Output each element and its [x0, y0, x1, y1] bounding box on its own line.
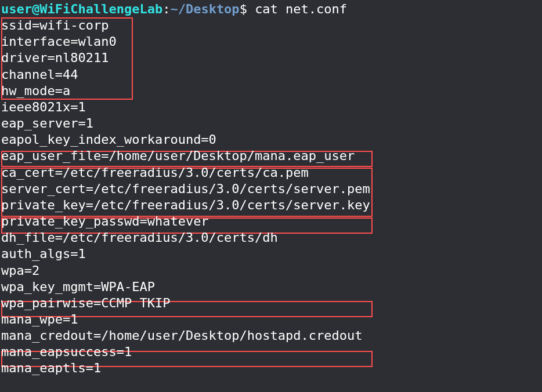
config-line: channel=44: [1, 67, 542, 83]
config-line: mana_wpe=1: [1, 311, 542, 328]
config-line: private_key=/etc/freeradius/3.0/certs/se…: [1, 197, 542, 213]
prompt-at: @: [32, 2, 39, 16]
config-line: eap_server=1: [1, 115, 542, 132]
config-line: server_cert=/etc/freeradius/3.0/certs/se…: [1, 181, 542, 197]
prompt-host: WiFiChallengeLab: [39, 2, 162, 16]
config-line: mana_eaptls=1: [1, 360, 542, 376]
config-line: wpa_pairwise=CCMP TKIP: [1, 295, 542, 311]
config-line: eapol_key_index_workaround=0: [1, 132, 542, 148]
config-line: mana_eapsuccess=1: [1, 344, 542, 360]
config-line: eap_user_file=/home/user/Desktop/mana.ea…: [1, 148, 542, 164]
config-line: dh_file=/etc/freeradius/3.0/certs/dh: [1, 230, 542, 246]
config-line: interface=wlan0: [1, 34, 542, 50]
config-line: ca_cert=/etc/freeradius/3.0/certs/ca.pem: [1, 165, 542, 181]
config-line: ssid=wifi-corp: [1, 17, 542, 34]
config-line: wpa=2: [1, 263, 542, 279]
prompt-command: cat net.conf: [255, 2, 347, 16]
prompt-user: user: [1, 2, 32, 16]
config-line: driver=nl80211: [1, 50, 542, 66]
config-line: hw_mode=a: [1, 83, 542, 99]
config-line: wpa_key_mgmt=WPA-EAP: [1, 279, 542, 295]
config-line: private_key_passwd=whatever: [1, 213, 542, 230]
prompt-colon: :: [162, 2, 170, 16]
config-line: auth_algs=1: [1, 246, 542, 262]
prompt-dollar: $: [240, 2, 255, 16]
terminal-prompt-line[interactable]: user@WiFiChallengeLab:~/Desktop$ cat net…: [1, 1, 542, 17]
prompt-path: ~/Desktop: [170, 2, 239, 16]
config-line: mana_credout=/home/user/Desktop/hostapd.…: [1, 328, 542, 344]
config-line: ieee8021x=1: [1, 99, 542, 115]
